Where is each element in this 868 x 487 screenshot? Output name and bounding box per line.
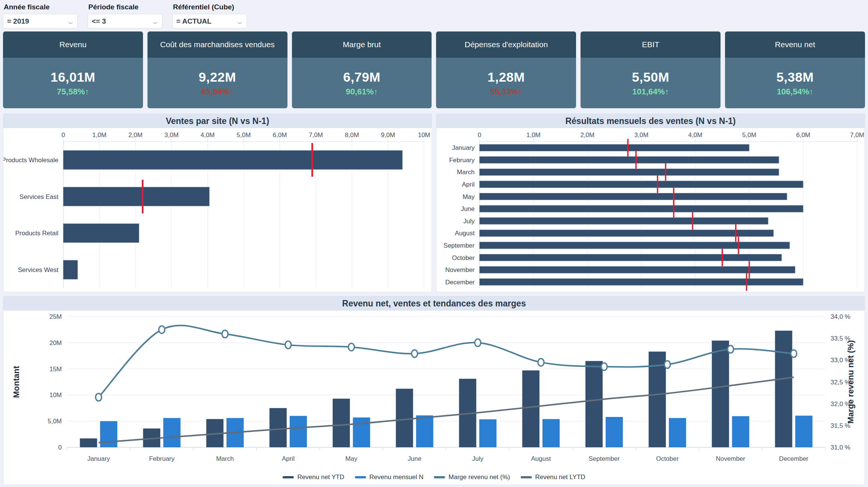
sales-by-site-chart[interactable]: 01,0M2,0M3,0M4,0M5,0M6,0M7,0M8,0M9,0M10M…: [3, 128, 432, 292]
svg-text:0: 0: [478, 131, 481, 139]
kpi-value: 9,22M: [199, 70, 236, 85]
kpi-title: Dépenses d'exploitation: [436, 31, 576, 58]
filter-select-value: = 2019: [7, 17, 29, 25]
svg-text:34,0 %: 34,0 %: [831, 313, 850, 320]
svg-text:7,0M: 7,0M: [850, 131, 864, 139]
svg-text:November: November: [445, 266, 475, 273]
filter-select-value: = ACTUAL: [176, 17, 211, 25]
svg-text:7,0M: 7,0M: [309, 131, 323, 139]
kpi-delta: 106,54%↑: [777, 87, 813, 97]
kpi-title: Coût des marchandises vendues: [147, 31, 287, 58]
svg-text:31,0 %: 31,0 %: [831, 444, 850, 451]
svg-text:4,0M: 4,0M: [201, 131, 215, 139]
kpi-delta: 101,64%↑: [632, 87, 669, 97]
sales-by-site-header: Ventes par site (N vs N-1): [3, 114, 432, 128]
svg-text:1,0M: 1,0M: [92, 131, 107, 139]
legend-label: Revenu mensuel N: [369, 474, 424, 481]
svg-text:October: October: [452, 254, 475, 261]
kpi-delta-text: 75,58%: [57, 87, 85, 96]
filter-group: Référentiel (Cube)= ACTUAL⌄: [172, 2, 247, 28]
svg-text:November: November: [716, 455, 746, 462]
monthly-sales-chart[interactable]: 01,0M2,0M3,0M4,0M5,0M6,0M7,0MJanuaryFebr…: [436, 128, 865, 292]
monthly-sales-panel: Résultats mensuels des ventes (N vs N-1)…: [436, 114, 865, 292]
filter-label: Année fiscale: [3, 2, 78, 11]
svg-text:9,0M: 9,0M: [381, 131, 395, 139]
filter-select-value: <= 3: [92, 17, 106, 25]
kpi-delta-text: 90,61%: [346, 87, 374, 96]
svg-text:25M: 25M: [49, 313, 62, 320]
arrow-up-icon: ↑: [518, 87, 522, 96]
arrow-up-icon: ↑: [229, 87, 234, 96]
svg-text:September: September: [444, 242, 475, 249]
svg-text:August: August: [455, 230, 475, 237]
kpi-delta-text: 106,54%: [777, 87, 809, 96]
svg-text:October: October: [656, 455, 679, 462]
legend-swatch: [283, 476, 294, 478]
kpi-delta-text: 55,33%: [490, 87, 518, 96]
chevron-down-icon: ⌄: [151, 18, 159, 25]
svg-text:June: June: [408, 455, 421, 462]
filter-label: Référentiel (Cube): [172, 2, 247, 11]
svg-text:July: July: [463, 218, 475, 225]
svg-text:August: August: [531, 455, 551, 462]
svg-text:1,0M: 1,0M: [526, 131, 540, 139]
svg-text:Products Wholesale: Products Wholesale: [3, 157, 58, 164]
kpi-card: Revenu net5,38M106,54%↑: [725, 31, 865, 108]
kpi-card: Dépenses d'exploitation1,28M55,33%↑: [436, 31, 576, 108]
legend-item[interactable]: Marge revenu net (%): [434, 474, 510, 481]
arrow-up-icon: ↑: [85, 87, 89, 96]
legend-item[interactable]: Revenu mensuel N: [355, 474, 424, 481]
kpi-title: EBIT: [581, 31, 721, 58]
svg-text:December: December: [779, 455, 808, 462]
kpi-value: 16,01M: [51, 70, 95, 85]
svg-text:3,0M: 3,0M: [634, 131, 649, 139]
svg-text:5,0M: 5,0M: [237, 131, 251, 139]
svg-text:Services East: Services East: [19, 193, 58, 200]
svg-text:0: 0: [61, 131, 65, 139]
kpi-body: 5,38M106,54%↑: [725, 58, 865, 108]
kpi-title: Marge brut: [292, 31, 432, 58]
kpi-card: EBIT5,50M101,64%↑: [581, 31, 721, 108]
kpi-title: Revenu: [3, 31, 143, 58]
svg-text:5,0M: 5,0M: [48, 418, 62, 425]
kpi-body: 6,79M90,61%↑: [292, 58, 432, 108]
kpi-card: Marge brut6,79M90,61%↑: [292, 31, 432, 108]
monthly-sales-header: Résultats mensuels des ventes (N vs N-1): [436, 114, 865, 128]
svg-text:February: February: [449, 157, 475, 164]
filter-select[interactable]: = ACTUAL⌄: [172, 14, 247, 28]
kpi-delta: 65,94%↑: [201, 87, 234, 97]
kpi-row: Revenu16,01M75,58%↑Coût des marchandises…: [3, 31, 865, 108]
svg-text:February: February: [149, 455, 175, 462]
revenue-trends-title: Revenu net, ventes et tendances des marg…: [342, 299, 526, 309]
svg-text:20M: 20M: [49, 339, 62, 347]
svg-text:April: April: [462, 181, 475, 188]
monthly-sales-title: Résultats mensuels des ventes (N vs N-1): [565, 116, 735, 126]
kpi-card: Revenu16,01M75,58%↑: [3, 31, 143, 108]
svg-text:8,0M: 8,0M: [345, 131, 359, 139]
charts-row: Ventes par site (N vs N-1) 01,0M2,0M3,0M…: [3, 114, 865, 292]
legend-item[interactable]: Revenu net LYTD: [521, 474, 585, 481]
filter-select[interactable]: = 2019⌄: [3, 14, 78, 28]
filter-bar: Année fiscale= 2019⌄Période fiscale<= 3⌄…: [3, 2, 865, 28]
kpi-delta: 55,33%↑: [490, 87, 523, 97]
svg-text:January: January: [452, 144, 475, 151]
chevron-down-icon: ⌄: [66, 18, 75, 25]
svg-text:March: March: [216, 455, 234, 462]
legend-swatch: [521, 476, 532, 478]
revenue-trends-chart[interactable]: 05,0M10M15M20M25M31,0 %31,5 %32,0 %32,5 …: [3, 311, 865, 470]
svg-text:Montant: Montant: [12, 366, 21, 398]
kpi-delta-text: 65,94%: [201, 87, 229, 96]
filter-select[interactable]: <= 3⌄: [88, 14, 162, 28]
svg-text:6,0M: 6,0M: [796, 131, 810, 139]
svg-text:2,0M: 2,0M: [128, 131, 143, 139]
kpi-value: 6,79M: [343, 70, 381, 85]
kpi-body: 16,01M75,58%↑: [3, 58, 143, 108]
legend-item[interactable]: Revenu net YTD: [283, 474, 344, 481]
kpi-title: Revenu net: [725, 31, 865, 58]
kpi-value: 5,50M: [632, 70, 669, 85]
revenue-trends-header: Revenu net, ventes et tendances des marg…: [3, 296, 865, 311]
svg-text:2,0M: 2,0M: [580, 131, 594, 139]
svg-text:10M: 10M: [418, 131, 430, 139]
svg-text:4,0M: 4,0M: [688, 131, 703, 139]
chart-legend: Revenu net YTDRevenu mensuel NMarge reve…: [3, 470, 865, 485]
